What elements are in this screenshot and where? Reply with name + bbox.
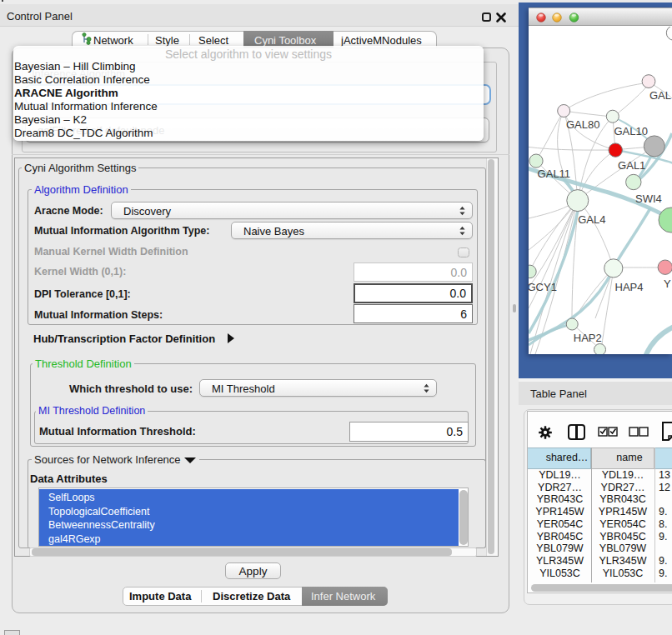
svg-text:SWI4: SWI4 [635, 192, 662, 205]
svg-text:GAL4: GAL4 [578, 213, 605, 226]
svg-text:GAL: GAL [649, 89, 671, 102]
svg-text:GAL1: GAL1 [618, 159, 645, 172]
svg-text:Y: Y [664, 278, 671, 290]
svg-text:HAP2: HAP2 [574, 332, 602, 344]
svg-text:GAL80: GAL80 [566, 118, 599, 131]
svg-text:GAL11: GAL11 [538, 168, 571, 180]
svg-text:GAL10: GAL10 [614, 125, 648, 138]
svg-text:HAP4: HAP4 [615, 281, 644, 293]
svg-text:GCY1: GCY1 [529, 281, 557, 293]
